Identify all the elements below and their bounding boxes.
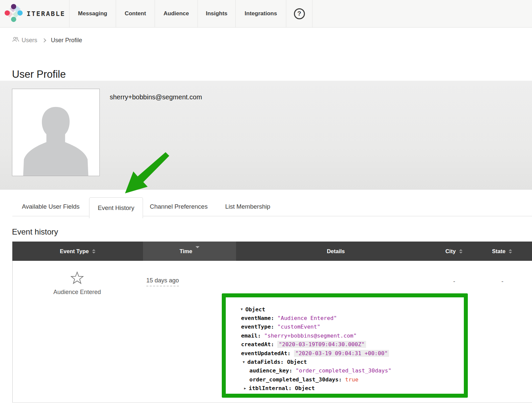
- event-details-json: ▼ObjecteventName: "Audience Entered"even…: [222, 293, 468, 398]
- json-value: "Audience Entered": [277, 315, 337, 321]
- column-label: State: [492, 248, 505, 254]
- tab-event-history[interactable]: Event History: [89, 197, 143, 218]
- json-value: "sherry+bobbins@segment.com": [264, 333, 357, 339]
- json-value: "2020-03-19 09:04:31 +00:00": [294, 350, 389, 357]
- page-title: User Profile: [12, 68, 66, 80]
- nav-item-content[interactable]: Content: [116, 0, 155, 27]
- json-line-itblInternal: ▶itblInternal: Object: [244, 384, 461, 393]
- nav-item-insights[interactable]: Insights: [198, 0, 235, 27]
- profile-hero: sherry+bobbins@segment.com: [0, 81, 532, 190]
- nav-item-integrations[interactable]: Integrations: [235, 0, 286, 27]
- json-line-createdAt: createdAt: "2020-03-19T09:04:30.000Z": [241, 340, 461, 349]
- iterable-brand[interactable]: ITERABLE: [0, 0, 69, 27]
- chevron-right-icon: [42, 38, 46, 43]
- tab-list-membership[interactable]: List Membership: [214, 197, 281, 216]
- sort-arrows-icon: [92, 249, 95, 253]
- top-navbar: ITERABLE MessagingContentAudienceInsight…: [0, 0, 532, 28]
- column-header-event-type[interactable]: Event Type: [12, 242, 143, 261]
- main-nav: MessagingContentAudienceInsightsIntegrat…: [69, 0, 286, 27]
- annotation-arrow: [117, 150, 172, 197]
- tab-bar: Available User FieldsEvent HistoryChanne…: [12, 197, 532, 216]
- collapse-icon[interactable]: ▼: [243, 360, 247, 364]
- json-key: eventName:: [241, 315, 277, 321]
- event-type-label: Audience Entered: [27, 289, 127, 296]
- help-menu-item[interactable]: ?: [286, 0, 313, 27]
- json-value: "order_completed_last_30days": [296, 367, 391, 374]
- breadcrumb-current-label: User Profile: [51, 37, 82, 44]
- breadcrumb-root-label: Users: [22, 37, 37, 44]
- json-key: createdAt:: [241, 341, 277, 348]
- json-line-order_completed_last_30days: order_completed_last_30days: true: [249, 375, 461, 384]
- event-time: 15 days ago: [136, 277, 189, 284]
- avatar: [12, 89, 100, 176]
- json-key: email:: [241, 333, 264, 339]
- user-email: sherry+bobbins@segment.com: [110, 93, 202, 101]
- json-line-root: ▼Object: [241, 305, 461, 314]
- help-icon: ?: [294, 8, 305, 19]
- sort-desc-icon: [196, 248, 200, 254]
- json-key: audience_key:: [249, 367, 296, 374]
- star-icon: [70, 271, 84, 286]
- tab-channel-preferences[interactable]: Channel Preferences: [143, 197, 214, 216]
- json-value: Object: [287, 359, 307, 365]
- json-line-eventType: eventType: "customEvent": [241, 323, 461, 331]
- json-key: eventUpdatedAt:: [241, 350, 294, 356]
- column-label: Time: [180, 248, 192, 254]
- iterable-logo-icon: [4, 4, 23, 24]
- json-value: "2020-03-19T09:04:30.000Z": [277, 341, 366, 348]
- column-label: City: [445, 248, 456, 254]
- column-header-city[interactable]: City: [436, 242, 472, 261]
- json-value: true: [345, 376, 358, 383]
- collapse-icon[interactable]: ▼: [241, 308, 245, 311]
- json-line-email: email: "sherry+bobbins@segment.com": [241, 331, 461, 340]
- nav-item-messaging[interactable]: Messaging: [69, 0, 116, 27]
- tab-available-user-fields[interactable]: Available User Fields: [12, 197, 89, 216]
- json-value: "customEvent": [277, 324, 320, 330]
- screen: ITERABLE MessagingContentAudienceInsight…: [0, 0, 532, 405]
- event-state-value: -: [472, 278, 532, 285]
- json-value: Object: [245, 306, 265, 313]
- event-table-header: Event TypeTimeDetailsCityState: [12, 242, 532, 261]
- event-city-value: -: [436, 278, 472, 285]
- breadcrumb-users-link[interactable]: Users: [12, 37, 37, 44]
- sort-arrows-icon: [459, 249, 463, 253]
- sort-arrows-icon: [509, 249, 512, 253]
- users-icon: [12, 37, 19, 44]
- event-table-row: Audience Entered 15 days ago - - ▼Object…: [12, 261, 532, 403]
- column-header-time[interactable]: Time: [143, 242, 236, 261]
- nav-item-audience[interactable]: Audience: [155, 0, 198, 27]
- expand-icon[interactable]: ▶: [244, 387, 249, 390]
- json-key: dataFields:: [247, 359, 287, 365]
- json-key: order_completed_last_30days:: [249, 376, 345, 383]
- column-label: Details: [327, 248, 345, 254]
- json-key: eventType:: [241, 324, 277, 330]
- json-line-dataFields: ▼dataFields: Object: [243, 357, 461, 366]
- column-header-state[interactable]: State: [472, 242, 532, 261]
- json-line-eventName: eventName: "Audience Entered": [241, 314, 461, 322]
- json-value: Object: [295, 385, 315, 391]
- column-label: Event Type: [60, 248, 89, 254]
- section-heading: Event history: [12, 227, 58, 237]
- brand-wordmark: ITERABLE: [27, 10, 65, 18]
- json-line-eventUpdatedAt: eventUpdatedAt: "2020-03-19 09:04:31 +00…: [241, 349, 461, 357]
- json-key: itblInternal:: [249, 385, 295, 391]
- event-time-label[interactable]: 15 days ago: [146, 277, 179, 286]
- column-header-details: Details: [236, 242, 436, 261]
- breadcrumb: Users User Profile: [12, 37, 82, 44]
- json-line-audience_key: audience_key: "order_completed_last_30da…: [249, 366, 461, 375]
